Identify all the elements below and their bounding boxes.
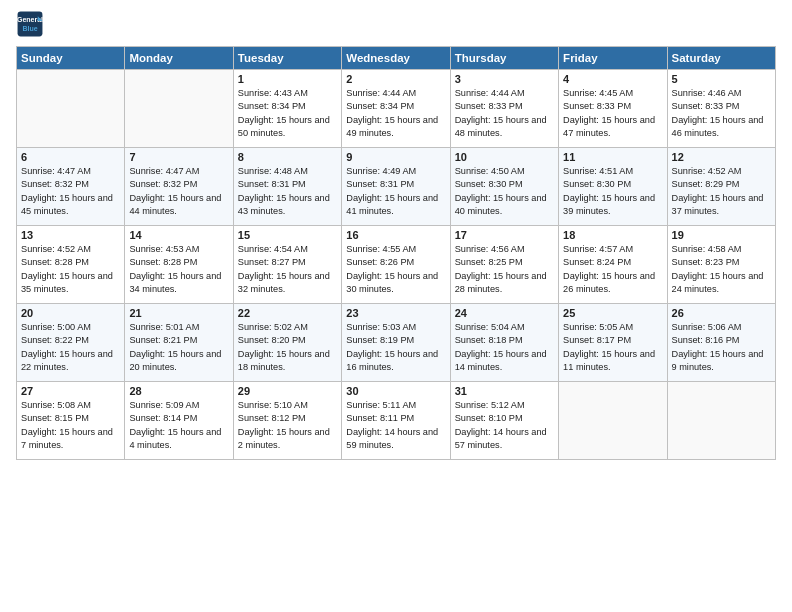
day-number: 3	[455, 73, 554, 85]
day-cell: 16Sunrise: 4:55 AM Sunset: 8:26 PM Dayli…	[342, 226, 450, 304]
weekday-header-saturday: Saturday	[667, 47, 775, 70]
day-detail: Sunrise: 4:49 AM Sunset: 8:31 PM Dayligh…	[346, 165, 445, 218]
day-number: 31	[455, 385, 554, 397]
day-cell: 4Sunrise: 4:45 AM Sunset: 8:33 PM Daylig…	[559, 70, 667, 148]
day-detail: Sunrise: 4:51 AM Sunset: 8:30 PM Dayligh…	[563, 165, 662, 218]
day-number: 17	[455, 229, 554, 241]
day-cell: 14Sunrise: 4:53 AM Sunset: 8:28 PM Dayli…	[125, 226, 233, 304]
day-cell: 29Sunrise: 5:10 AM Sunset: 8:12 PM Dayli…	[233, 382, 341, 460]
calendar-table: SundayMondayTuesdayWednesdayThursdayFrid…	[16, 46, 776, 460]
day-number: 8	[238, 151, 337, 163]
day-number: 4	[563, 73, 662, 85]
day-number: 18	[563, 229, 662, 241]
weekday-header-monday: Monday	[125, 47, 233, 70]
day-cell: 17Sunrise: 4:56 AM Sunset: 8:25 PM Dayli…	[450, 226, 558, 304]
day-number: 19	[672, 229, 771, 241]
day-number: 28	[129, 385, 228, 397]
day-detail: Sunrise: 4:58 AM Sunset: 8:23 PM Dayligh…	[672, 243, 771, 296]
day-detail: Sunrise: 5:11 AM Sunset: 8:11 PM Dayligh…	[346, 399, 445, 452]
day-cell: 25Sunrise: 5:05 AM Sunset: 8:17 PM Dayli…	[559, 304, 667, 382]
day-cell: 23Sunrise: 5:03 AM Sunset: 8:19 PM Dayli…	[342, 304, 450, 382]
day-detail: Sunrise: 5:05 AM Sunset: 8:17 PM Dayligh…	[563, 321, 662, 374]
day-cell	[559, 382, 667, 460]
day-detail: Sunrise: 4:43 AM Sunset: 8:34 PM Dayligh…	[238, 87, 337, 140]
day-cell: 19Sunrise: 4:58 AM Sunset: 8:23 PM Dayli…	[667, 226, 775, 304]
day-cell: 15Sunrise: 4:54 AM Sunset: 8:27 PM Dayli…	[233, 226, 341, 304]
day-detail: Sunrise: 5:04 AM Sunset: 8:18 PM Dayligh…	[455, 321, 554, 374]
day-cell: 21Sunrise: 5:01 AM Sunset: 8:21 PM Dayli…	[125, 304, 233, 382]
day-cell	[17, 70, 125, 148]
day-cell	[667, 382, 775, 460]
day-number: 30	[346, 385, 445, 397]
day-cell: 13Sunrise: 4:52 AM Sunset: 8:28 PM Dayli…	[17, 226, 125, 304]
day-detail: Sunrise: 5:12 AM Sunset: 8:10 PM Dayligh…	[455, 399, 554, 452]
week-row-5: 27Sunrise: 5:08 AM Sunset: 8:15 PM Dayli…	[17, 382, 776, 460]
day-detail: Sunrise: 5:06 AM Sunset: 8:16 PM Dayligh…	[672, 321, 771, 374]
day-detail: Sunrise: 4:52 AM Sunset: 8:29 PM Dayligh…	[672, 165, 771, 218]
day-cell: 26Sunrise: 5:06 AM Sunset: 8:16 PM Dayli…	[667, 304, 775, 382]
day-number: 6	[21, 151, 120, 163]
day-detail: Sunrise: 4:53 AM Sunset: 8:28 PM Dayligh…	[129, 243, 228, 296]
day-cell: 3Sunrise: 4:44 AM Sunset: 8:33 PM Daylig…	[450, 70, 558, 148]
day-cell: 31Sunrise: 5:12 AM Sunset: 8:10 PM Dayli…	[450, 382, 558, 460]
day-cell: 20Sunrise: 5:00 AM Sunset: 8:22 PM Dayli…	[17, 304, 125, 382]
day-detail: Sunrise: 4:48 AM Sunset: 8:31 PM Dayligh…	[238, 165, 337, 218]
day-detail: Sunrise: 4:44 AM Sunset: 8:33 PM Dayligh…	[455, 87, 554, 140]
day-number: 22	[238, 307, 337, 319]
weekday-header-tuesday: Tuesday	[233, 47, 341, 70]
day-detail: Sunrise: 4:47 AM Sunset: 8:32 PM Dayligh…	[21, 165, 120, 218]
day-number: 15	[238, 229, 337, 241]
header: General Blue	[16, 10, 776, 38]
day-cell: 8Sunrise: 4:48 AM Sunset: 8:31 PM Daylig…	[233, 148, 341, 226]
day-number: 20	[21, 307, 120, 319]
day-cell: 11Sunrise: 4:51 AM Sunset: 8:30 PM Dayli…	[559, 148, 667, 226]
day-detail: Sunrise: 4:47 AM Sunset: 8:32 PM Dayligh…	[129, 165, 228, 218]
day-number: 27	[21, 385, 120, 397]
day-number: 12	[672, 151, 771, 163]
weekday-header-wednesday: Wednesday	[342, 47, 450, 70]
day-detail: Sunrise: 5:03 AM Sunset: 8:19 PM Dayligh…	[346, 321, 445, 374]
week-row-4: 20Sunrise: 5:00 AM Sunset: 8:22 PM Dayli…	[17, 304, 776, 382]
day-detail: Sunrise: 4:55 AM Sunset: 8:26 PM Dayligh…	[346, 243, 445, 296]
day-number: 2	[346, 73, 445, 85]
header-row: SundayMondayTuesdayWednesdayThursdayFrid…	[17, 47, 776, 70]
weekday-header-sunday: Sunday	[17, 47, 125, 70]
day-number: 1	[238, 73, 337, 85]
day-number: 13	[21, 229, 120, 241]
day-detail: Sunrise: 5:08 AM Sunset: 8:15 PM Dayligh…	[21, 399, 120, 452]
day-number: 29	[238, 385, 337, 397]
page: General Blue SundayMondayTuesdayWednesda…	[0, 0, 792, 612]
day-detail: Sunrise: 5:02 AM Sunset: 8:20 PM Dayligh…	[238, 321, 337, 374]
day-number: 7	[129, 151, 228, 163]
day-cell	[125, 70, 233, 148]
svg-rect-0	[18, 12, 43, 37]
day-number: 10	[455, 151, 554, 163]
day-cell: 18Sunrise: 4:57 AM Sunset: 8:24 PM Dayli…	[559, 226, 667, 304]
day-detail: Sunrise: 4:50 AM Sunset: 8:30 PM Dayligh…	[455, 165, 554, 218]
week-row-2: 6Sunrise: 4:47 AM Sunset: 8:32 PM Daylig…	[17, 148, 776, 226]
svg-text:Blue: Blue	[22, 25, 37, 32]
day-cell: 22Sunrise: 5:02 AM Sunset: 8:20 PM Dayli…	[233, 304, 341, 382]
day-number: 23	[346, 307, 445, 319]
day-number: 11	[563, 151, 662, 163]
day-detail: Sunrise: 4:56 AM Sunset: 8:25 PM Dayligh…	[455, 243, 554, 296]
day-number: 16	[346, 229, 445, 241]
day-cell: 27Sunrise: 5:08 AM Sunset: 8:15 PM Dayli…	[17, 382, 125, 460]
day-detail: Sunrise: 5:01 AM Sunset: 8:21 PM Dayligh…	[129, 321, 228, 374]
day-detail: Sunrise: 5:00 AM Sunset: 8:22 PM Dayligh…	[21, 321, 120, 374]
week-row-1: 1Sunrise: 4:43 AM Sunset: 8:34 PM Daylig…	[17, 70, 776, 148]
logo-icon: General Blue	[16, 10, 44, 38]
day-number: 5	[672, 73, 771, 85]
day-cell: 12Sunrise: 4:52 AM Sunset: 8:29 PM Dayli…	[667, 148, 775, 226]
day-number: 9	[346, 151, 445, 163]
day-cell: 24Sunrise: 5:04 AM Sunset: 8:18 PM Dayli…	[450, 304, 558, 382]
day-detail: Sunrise: 4:57 AM Sunset: 8:24 PM Dayligh…	[563, 243, 662, 296]
day-number: 26	[672, 307, 771, 319]
day-detail: Sunrise: 5:09 AM Sunset: 8:14 PM Dayligh…	[129, 399, 228, 452]
weekday-header-friday: Friday	[559, 47, 667, 70]
day-number: 25	[563, 307, 662, 319]
day-detail: Sunrise: 4:54 AM Sunset: 8:27 PM Dayligh…	[238, 243, 337, 296]
day-cell: 7Sunrise: 4:47 AM Sunset: 8:32 PM Daylig…	[125, 148, 233, 226]
day-cell: 1Sunrise: 4:43 AM Sunset: 8:34 PM Daylig…	[233, 70, 341, 148]
day-detail: Sunrise: 4:45 AM Sunset: 8:33 PM Dayligh…	[563, 87, 662, 140]
